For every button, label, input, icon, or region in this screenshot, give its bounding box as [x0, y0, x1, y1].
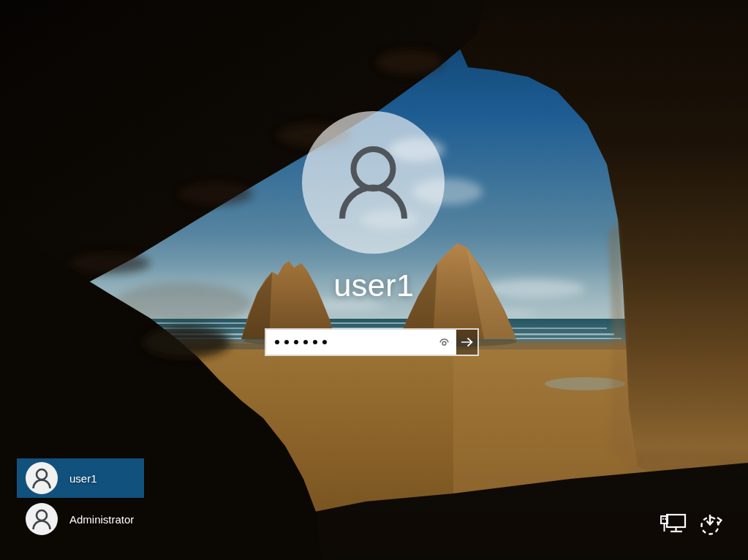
person-icon	[26, 503, 58, 535]
password-reveal-icon[interactable]	[438, 336, 450, 349]
signed-in-username: user1	[0, 268, 748, 303]
password-group	[265, 328, 479, 356]
user-list: user1 Administrator	[17, 458, 144, 539]
submit-arrow-icon	[461, 337, 474, 347]
user-tile-user1[interactable]: user1	[17, 458, 144, 498]
person-icon	[26, 462, 58, 494]
person-icon	[302, 111, 445, 254]
password-dots	[275, 330, 327, 355]
user-tile-administrator[interactable]: Administrator	[17, 499, 144, 539]
password-input[interactable]	[266, 330, 456, 355]
user-avatar-large	[302, 111, 445, 254]
user-tile-label: user1	[69, 472, 97, 485]
user-tile-avatar	[26, 462, 58, 494]
power-update-icon[interactable]	[698, 511, 724, 540]
user-tile-label: Administrator	[69, 513, 134, 526]
network-icon[interactable]	[660, 512, 687, 538]
submit-password-button[interactable]	[456, 330, 477, 355]
system-tray	[660, 511, 724, 540]
user-tile-avatar	[26, 503, 58, 535]
